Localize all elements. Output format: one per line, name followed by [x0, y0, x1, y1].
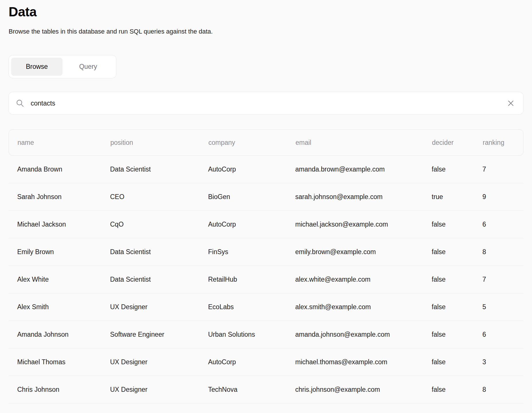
cell-position: Data Scientist [110, 248, 208, 256]
results-table: namepositioncompanyemaildeciderranking A… [9, 129, 523, 404]
cell-name: Chris Johnson [17, 386, 110, 393]
cell-company: EcoLabs [208, 303, 295, 311]
tab-browse[interactable]: Browse [11, 58, 62, 76]
cell-company: AutoCorp [208, 221, 295, 228]
cell-name: Michael Jackson [17, 221, 110, 228]
cell-name: Alex White [17, 276, 110, 283]
cell-decider: false [432, 248, 482, 256]
cell-email: alex.smith@example.com [295, 303, 432, 311]
cell-email: sarah.johnson@example.com [295, 193, 432, 201]
data-page: Data Browse the tables in this database … [0, 0, 532, 404]
table-row: Emily BrownData ScientistFinSysemily.bro… [9, 238, 523, 266]
cell-name: Alex Smith [17, 303, 110, 311]
cell-ranking: 8 [482, 248, 515, 256]
cell-position: UX Designer [110, 358, 208, 366]
table-row: Michael JacksonCqOAutoCorpmichael.jackso… [9, 211, 523, 238]
column-header-decider: decider [432, 139, 483, 147]
cell-position: Data Scientist [110, 276, 208, 283]
cell-name: Emily Brown [17, 248, 110, 256]
column-header-email: email [296, 139, 432, 147]
cell-email: amanda.brown@example.com [295, 165, 432, 173]
cell-name: Michael Thomas [17, 358, 110, 366]
close-icon [507, 100, 515, 107]
search-icon [16, 99, 24, 108]
cell-ranking: 7 [482, 165, 515, 173]
cell-email: emily.brown@example.com [295, 248, 432, 256]
column-header-ranking: ranking [483, 139, 515, 147]
cell-company: Urban Solutions [208, 331, 295, 338]
clear-search-button[interactable] [505, 98, 516, 109]
table-row: Chris JohnsonUX DesignerTechNovachris.jo… [9, 376, 523, 404]
search-box [9, 92, 523, 115]
cell-company: AutoCorp [208, 358, 295, 366]
table-row: Alex SmithUX DesignerEcoLabsalex.smith@e… [9, 293, 523, 321]
table-body: Amanda BrownData ScientistAutoCorpamanda… [9, 156, 523, 404]
cell-email: alex.white@example.com [295, 276, 432, 283]
cell-email: michael.jackson@example.com [295, 221, 432, 228]
cell-decider: false [432, 358, 482, 366]
cell-name: Amanda Brown [17, 165, 110, 173]
cell-ranking: 5 [482, 303, 515, 311]
cell-decider: false [432, 276, 482, 283]
cell-ranking: 7 [482, 276, 515, 283]
table-row: Amanda JohnsonSoftware EngineerUrban Sol… [9, 321, 523, 348]
cell-position: UX Designer [110, 303, 208, 311]
cell-company: BioGen [208, 193, 295, 201]
cell-company: TechNova [208, 386, 295, 393]
tab-query[interactable]: Query [62, 58, 114, 76]
cell-ranking: 8 [482, 386, 515, 393]
cell-ranking: 9 [482, 193, 515, 201]
cell-position: CqO [110, 221, 208, 228]
cell-position: UX Designer [110, 386, 208, 393]
cell-company: RetailHub [208, 276, 295, 283]
view-mode-tabs: Browse Query [9, 55, 116, 78]
cell-decider: false [432, 303, 482, 311]
table-row: Amanda BrownData ScientistAutoCorpamanda… [9, 156, 523, 183]
page-title: Data [9, 5, 523, 19]
page-subtitle: Browse the tables in this database and r… [9, 27, 523, 36]
column-header-company: company [208, 139, 296, 147]
cell-name: Sarah Johnson [17, 193, 110, 201]
table-row: Sarah JohnsonCEOBioGensarah.johnson@exam… [9, 183, 523, 211]
cell-decider: true [432, 193, 482, 201]
cell-email: chris.johnson@example.com [295, 386, 432, 393]
cell-email: amanda.johnson@example.com [295, 331, 432, 338]
cell-ranking: 6 [482, 331, 515, 338]
cell-email: michael.thomas@example.com [295, 358, 432, 366]
cell-decider: false [432, 165, 482, 173]
table-row: Alex WhiteData ScientistRetailHubalex.wh… [9, 266, 523, 293]
cell-decider: false [432, 221, 482, 228]
table-row: Michael ThomasUX DesignerAutoCorpmichael… [9, 348, 523, 376]
cell-decider: false [432, 331, 482, 338]
cell-name: Amanda Johnson [17, 331, 110, 338]
cell-position: Software Engineer [110, 331, 208, 338]
column-header-name: name [17, 139, 110, 147]
cell-decider: false [432, 386, 482, 393]
cell-ranking: 3 [482, 358, 515, 366]
table-header-row: namepositioncompanyemaildeciderranking [9, 129, 523, 156]
cell-position: CEO [110, 193, 208, 201]
column-header-position: position [110, 139, 208, 147]
search-input[interactable] [31, 92, 505, 114]
cell-company: AutoCorp [208, 165, 295, 173]
cell-position: Data Scientist [110, 165, 208, 173]
cell-ranking: 6 [482, 221, 515, 228]
cell-company: FinSys [208, 248, 295, 256]
